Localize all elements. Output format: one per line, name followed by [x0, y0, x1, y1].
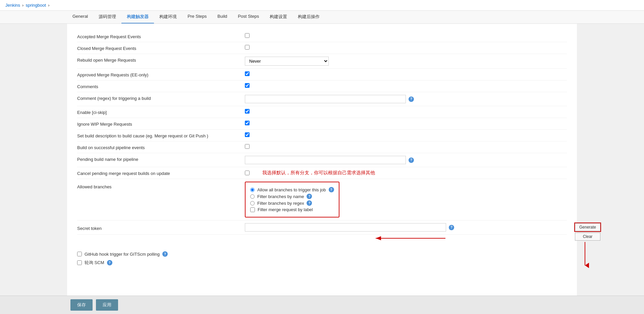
generate-button[interactable]: Generate	[575, 223, 600, 231]
build-on-success-row: Build on successful pipeline events	[77, 141, 567, 153]
ignore-wip-label: Ignore WIP Merge Requests	[77, 121, 245, 127]
filter-merge-label-row: Filter merge request by label	[250, 207, 334, 212]
pending-build-help-icon[interactable]: ?	[409, 158, 414, 163]
ignore-wip-row: Ignore WIP Merge Requests	[77, 118, 567, 130]
save-button[interactable]: 保存	[70, 299, 93, 309]
tab-build[interactable]: Build	[212, 11, 232, 23]
approved-merge-label: Approved Merge Requests (EE-only)	[77, 71, 245, 77]
filter-by-name-row: Filter branches by name ?	[250, 194, 334, 199]
enable-ci-skip-control	[245, 109, 567, 114]
pending-build-label: Pending build name for pipeline	[77, 156, 245, 162]
secret-token-label: Secret token	[77, 223, 245, 231]
rebuild-open-select[interactable]: Never Always On push	[245, 57, 329, 66]
rebuild-open-control: Never Always On push	[245, 57, 567, 66]
tab-build-trigger[interactable]: 构建触发器	[121, 11, 154, 23]
scm-label: 轮询 SCM	[85, 260, 104, 266]
approved-merge-control	[245, 71, 567, 76]
tab-general[interactable]: General	[67, 11, 93, 23]
accepted-merge-label: Accepted Merge Request Events	[77, 33, 245, 39]
comments-label: Comments	[77, 83, 245, 89]
comment-regex-input[interactable]: Jenkins please retry a build	[245, 95, 406, 103]
allow-all-radio[interactable]	[250, 188, 255, 192]
filter-by-regex-label: Filter branches by regex	[257, 201, 304, 206]
closed-merge-checkbox[interactable]	[245, 45, 250, 50]
tab-build-settings[interactable]: 构建设置	[264, 11, 292, 23]
closed-merge-control	[245, 45, 567, 50]
enable-ci-skip-checkbox[interactable]	[245, 109, 250, 114]
bottom-buttons: 保存 应用	[0, 296, 644, 309]
allowed-branches-row: Allowed branches Allow all branches to t…	[77, 179, 567, 221]
ignore-wip-control	[245, 121, 567, 125]
main-content: Accepted Merge Request Events Closed Mer…	[67, 24, 577, 309]
secret-token-control: 24d90d26b374ae2df2cda01c17338843 ? Gener…	[245, 223, 567, 232]
apply-button[interactable]: 应用	[96, 299, 118, 309]
breadcrumb-sep2: ›	[48, 3, 49, 8]
breadcrumb-springboot[interactable]: springboot	[25, 3, 46, 8]
set-build-desc-row: Set build description to build cause (eg…	[77, 130, 567, 141]
pending-build-input[interactable]	[245, 156, 406, 164]
comment-regex-row: Comment (regex) for triggering a build J…	[77, 92, 567, 106]
github-hook-checkbox[interactable]	[77, 252, 82, 256]
tab-pre-steps[interactable]: Pre Steps	[182, 11, 212, 23]
pending-build-row: Pending build name for pipeline ?	[77, 153, 567, 167]
breadcrumb-jenkins[interactable]: Jenkins	[5, 3, 20, 8]
ignore-wip-checkbox[interactable]	[245, 121, 250, 125]
comments-row: Comments	[77, 80, 567, 92]
filter-merge-label-checkbox[interactable]	[250, 207, 255, 212]
set-build-desc-label: Set build description to build cause (eg…	[77, 132, 245, 138]
comment-regex-label: Comment (regex) for triggering a build	[77, 95, 245, 101]
tab-build-env[interactable]: 构建环境	[154, 11, 182, 23]
allow-all-row: Allow all branches to trigger this job ?	[250, 187, 334, 192]
down-arrow-svg	[575, 242, 595, 269]
cancel-pending-checkbox[interactable]	[245, 171, 250, 175]
set-build-desc-checkbox[interactable]	[245, 132, 250, 137]
allow-all-help-icon[interactable]: ?	[329, 187, 334, 192]
cancel-pending-control: 我选择默认，所有分支，你可以根据自己需求选择其他	[245, 170, 567, 176]
filter-by-name-radio[interactable]	[250, 194, 255, 199]
secret-token-help-icon[interactable]: ?	[449, 225, 454, 230]
tab-post-build[interactable]: 构建后操作	[292, 11, 325, 23]
scm-help-icon[interactable]: ?	[107, 260, 112, 265]
accepted-merge-control	[245, 33, 567, 38]
accepted-merge-row: Accepted Merge Request Events	[77, 30, 567, 42]
scm-row: 轮询 SCM ?	[77, 258, 567, 267]
gen-clear-area: Generate Clear	[575, 223, 600, 269]
filter-by-regex-radio[interactable]	[250, 201, 255, 205]
comment-regex-help-icon[interactable]: ?	[409, 97, 414, 102]
github-hook-label: GitHub hook trigger for GITScm polling	[85, 252, 160, 257]
filter-by-name-label: Filter branches by name	[257, 194, 304, 199]
pending-build-control: ?	[245, 156, 567, 164]
allowed-branches-box: Allow all branches to trigger this job ?…	[245, 182, 339, 217]
accepted-merge-checkbox[interactable]	[245, 33, 250, 38]
closed-merge-row: Closed Merge Request Events	[77, 42, 567, 54]
approved-merge-checkbox[interactable]	[245, 71, 250, 76]
build-on-success-control	[245, 144, 567, 149]
breadcrumb: Jenkins › springboot ›	[0, 0, 644, 11]
comments-checkbox[interactable]	[245, 83, 250, 88]
enable-ci-skip-row: Enable [ci-skip]	[77, 106, 567, 118]
comment-regex-control: Jenkins please retry a build ?	[245, 95, 567, 103]
approved-merge-row: Approved Merge Requests (EE-only)	[77, 69, 567, 80]
tab-bar: General 源码管理 构建触发器 构建环境 Pre Steps Build …	[0, 11, 644, 24]
filter-merge-label-label: Filter merge request by label	[258, 207, 313, 212]
build-on-success-checkbox[interactable]	[245, 144, 250, 149]
github-hook-row: GitHub hook trigger for GITScm polling ?	[77, 248, 567, 258]
allowed-branches-control: Allow all branches to trigger this job ?…	[245, 182, 567, 217]
enable-ci-skip-label: Enable [ci-skip]	[77, 109, 245, 115]
closed-merge-label: Closed Merge Request Events	[77, 45, 245, 51]
set-build-desc-control	[245, 132, 567, 137]
cancel-pending-row: Cancel pending merge request builds on u…	[77, 167, 567, 179]
secret-token-input[interactable]: 24d90d26b374ae2df2cda01c17338843	[245, 223, 446, 232]
clear-button[interactable]: Clear	[575, 233, 600, 241]
secret-token-row: Secret token 24d90d26b374ae2df2cda01c173…	[77, 221, 567, 235]
annotation-text: 我选择默认，所有分支，你可以根据自己需求选择其他	[262, 170, 375, 176]
filter-by-regex-help-icon[interactable]: ?	[307, 200, 312, 206]
cancel-pending-label: Cancel pending merge request builds on u…	[77, 170, 245, 176]
tab-source-mgmt[interactable]: 源码管理	[93, 11, 121, 23]
tab-post-steps[interactable]: Post Steps	[232, 11, 264, 23]
scm-checkbox[interactable]	[77, 260, 82, 265]
build-on-success-label: Build on successful pipeline events	[77, 144, 245, 150]
filter-by-name-help-icon[interactable]: ?	[307, 194, 312, 199]
github-hook-help-icon[interactable]: ?	[162, 251, 168, 257]
filter-by-regex-row: Filter branches by regex ?	[250, 200, 334, 206]
